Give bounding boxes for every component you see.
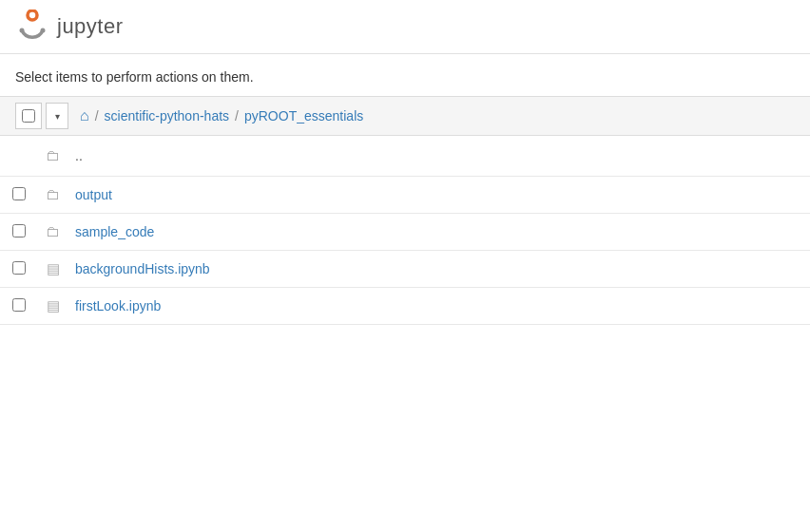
first-look-name-cell[interactable]: firstLook.ipynb bbox=[68, 288, 810, 325]
jupyter-logo-icon bbox=[15, 10, 49, 44]
file-list: 🗀 .. 🗀 output 🗀 bbox=[0, 136, 810, 325]
parent-folder-icon: 🗀 bbox=[38, 136, 68, 177]
header: jupyter bbox=[0, 0, 810, 54]
output-name-cell[interactable]: output bbox=[68, 177, 810, 214]
notebook-icon-background-hists: ▤ bbox=[47, 260, 60, 276]
toolbar: ▾ ⌂ / scientific-python-hats / pyROOT_es… bbox=[0, 96, 810, 136]
breadcrumb-link-pyroot-essentials[interactable]: pyROOT_essentials bbox=[244, 108, 363, 124]
background-hists-name-cell[interactable]: backgroundHists.ipynb bbox=[68, 251, 810, 288]
file-row-parent: 🗀 .. bbox=[0, 136, 810, 177]
first-look-checkbox[interactable] bbox=[12, 298, 26, 312]
svg-point-0 bbox=[28, 10, 37, 20]
select-all-input[interactable] bbox=[22, 109, 35, 123]
folder-icon-parent: 🗀 bbox=[46, 147, 60, 163]
sample-code-icon-cell: 🗀 bbox=[38, 214, 68, 251]
folder-icon-sample-code: 🗀 bbox=[46, 223, 60, 239]
breadcrumb-link-scientific-python-hats[interactable]: scientific-python-hats bbox=[105, 108, 230, 124]
select-all-checkbox[interactable] bbox=[15, 103, 42, 129]
breadcrumb-sep-2: / bbox=[235, 108, 239, 124]
output-check-cell[interactable] bbox=[0, 177, 38, 214]
background-hists-link[interactable]: backgroundHists.ipynb bbox=[75, 261, 210, 276]
sample-code-link[interactable]: sample_code bbox=[75, 224, 154, 239]
instruction-text: Select items to perform actions on them. bbox=[0, 54, 810, 96]
parent-check-cell bbox=[0, 136, 38, 177]
output-icon-cell: 🗀 bbox=[38, 177, 68, 214]
svg-point-1 bbox=[20, 28, 25, 33]
output-link[interactable]: output bbox=[75, 187, 112, 202]
parent-link[interactable]: .. bbox=[75, 148, 83, 163]
jupyter-logo: jupyter bbox=[15, 10, 124, 44]
sample-code-check-cell[interactable] bbox=[0, 214, 38, 251]
breadcrumb-sep-1: / bbox=[95, 108, 99, 124]
first-look-check-cell[interactable] bbox=[0, 288, 38, 325]
folder-icon-output: 🗀 bbox=[46, 186, 60, 202]
background-hists-icon-cell: ▤ bbox=[38, 251, 68, 288]
file-row-sample-code: 🗀 sample_code bbox=[0, 214, 810, 251]
background-hists-check-cell[interactable] bbox=[0, 251, 38, 288]
file-row-background-hists: ▤ backgroundHists.ipynb bbox=[0, 251, 810, 288]
jupyter-logo-text: jupyter bbox=[57, 14, 124, 39]
breadcrumb: ⌂ / scientific-python-hats / pyROOT_esse… bbox=[80, 107, 363, 124]
output-checkbox[interactable] bbox=[12, 187, 26, 200]
chevron-down-icon: ▾ bbox=[55, 111, 60, 122]
first-look-icon-cell: ▤ bbox=[38, 288, 68, 325]
background-hists-checkbox[interactable] bbox=[12, 261, 26, 275]
file-row-output: 🗀 output bbox=[0, 177, 810, 214]
sample-code-name-cell[interactable]: sample_code bbox=[68, 214, 810, 251]
parent-name-cell[interactable]: .. bbox=[68, 136, 810, 177]
svg-point-2 bbox=[41, 28, 46, 33]
select-dropdown-button[interactable]: ▾ bbox=[46, 103, 68, 129]
first-look-link[interactable]: firstLook.ipynb bbox=[75, 298, 161, 314]
file-row-first-look: ▤ firstLook.ipynb bbox=[0, 288, 810, 325]
instruction-label: Select items to perform actions on them. bbox=[15, 69, 254, 85]
notebook-icon-first-look: ▤ bbox=[47, 297, 60, 314]
breadcrumb-home-link[interactable]: ⌂ bbox=[80, 107, 89, 124]
sample-code-checkbox[interactable] bbox=[12, 224, 26, 238]
